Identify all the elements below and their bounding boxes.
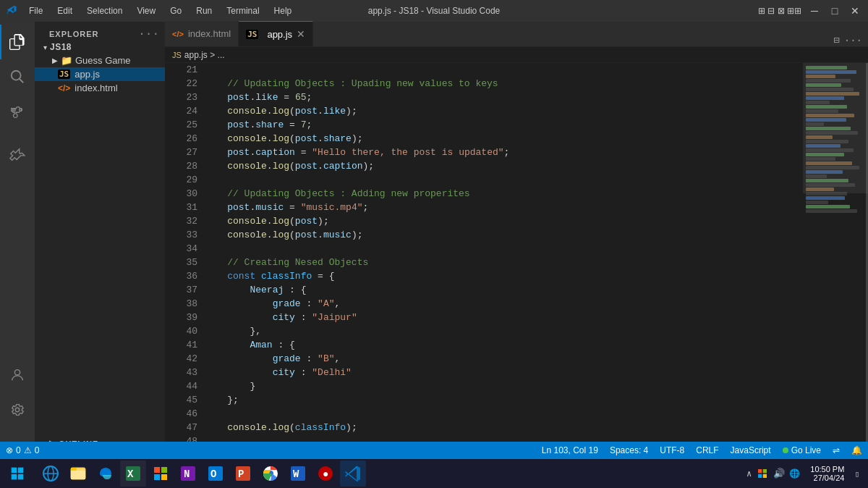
tab-close-icon[interactable]: ✕: [297, 28, 305, 40]
status-encoding[interactable]: UTF-8: [654, 442, 690, 459]
menu-terminal[interactable]: Terminal: [221, 4, 265, 17]
activity-search[interactable]: [0, 59, 35, 94]
minimize-button[interactable]: ─: [807, 4, 822, 18]
status-language[interactable]: JavaScript: [725, 442, 777, 459]
menu-help[interactable]: Help: [268, 4, 298, 17]
line-content[interactable]: Aman : {: [205, 338, 803, 352]
more-actions-icon[interactable]: ···: [844, 35, 862, 46]
line-content[interactable]: grade : "A",: [205, 297, 803, 311]
sidebar-item-indexhtml[interactable]: </> index.html: [35, 81, 165, 95]
activity-source-control[interactable]: [0, 97, 35, 132]
line-content[interactable]: Neeraj : {: [205, 283, 803, 297]
menu-edit[interactable]: Edit: [51, 4, 78, 17]
line-content[interactable]: console.log(post.like);: [205, 104, 803, 118]
line-number: 28: [172, 159, 205, 173]
menu-run[interactable]: Run: [190, 4, 218, 17]
sidebar: EXPLORER ··· ▾ JS18 ▶ 📁 Guess Game JS ap…: [35, 22, 165, 471]
line-content[interactable]: [205, 407, 803, 421]
line-content[interactable]: console.log(post);: [205, 214, 803, 228]
line-content[interactable]: const classInfo = {: [205, 269, 803, 283]
taskbar-word-icon[interactable]: W: [285, 460, 311, 487]
spaces-text: Spaces: 4: [610, 445, 648, 455]
line-content[interactable]: [205, 63, 803, 77]
line-content[interactable]: [205, 242, 803, 256]
line-content[interactable]: },: [205, 324, 803, 338]
line-content[interactable]: grade : "B",: [205, 352, 803, 366]
activity-extensions[interactable]: [0, 138, 35, 172]
line-content[interactable]: }: [205, 379, 803, 393]
menu-go[interactable]: Go: [164, 4, 187, 17]
taskbar-excel-icon[interactable]: X: [120, 460, 146, 487]
line-content[interactable]: city : "Delhi": [205, 366, 803, 379]
layout-icon[interactable]: ⊞ ⊟ ⊠ ⊞⊞: [758, 6, 801, 16]
start-button[interactable]: [0, 459, 35, 488]
tray-icon-2[interactable]: 🔊: [773, 468, 785, 479]
line-content[interactable]: city : "Jaipur": [205, 311, 803, 324]
line-content[interactable]: post.share = 7;: [205, 118, 803, 132]
tray-arrow-icon[interactable]: ∧: [746, 468, 752, 479]
line-content[interactable]: post.caption = "Hello there, the post is…: [205, 146, 803, 159]
status-remote[interactable]: ⇌: [827, 442, 846, 459]
line-content[interactable]: };: [205, 393, 803, 407]
line-number: 34: [172, 242, 205, 256]
tray-network-icon[interactable]: 🌐: [789, 468, 800, 479]
tab-index-html[interactable]: </> index.html: [165, 21, 239, 46]
line-content[interactable]: // Updating Objects : Adding new properi…: [205, 187, 803, 201]
status-ln-col[interactable]: Ln 103, Col 19: [536, 442, 604, 459]
line-content[interactable]: [205, 173, 803, 187]
line-content[interactable]: console.log(post.share);: [205, 132, 803, 146]
svg-rect-31: [758, 474, 762, 478]
ie-icon: [42, 465, 59, 482]
system-clock[interactable]: 10:50 PM 27/04/24: [806, 465, 848, 482]
taskbar-store-icon[interactable]: [148, 460, 174, 487]
taskbar-outlook-icon[interactable]: O: [203, 460, 229, 487]
line-content[interactable]: // Creating Nesed Objects: [205, 256, 803, 269]
status-notifications[interactable]: 🔔: [846, 442, 868, 459]
folder-icon: 📁: [61, 55, 72, 66]
activity-settings[interactable]: [0, 392, 35, 427]
line-content[interactable]: console.log(post.music);: [205, 228, 803, 242]
breadcrumb: JS app.js > ...: [165, 47, 868, 63]
taskbar-chrome-icon[interactable]: [258, 460, 284, 487]
taskbar-powerpoint-icon[interactable]: P: [230, 460, 256, 487]
minimap[interactable]: [803, 63, 868, 471]
status-go-live[interactable]: Go Live: [777, 442, 827, 459]
taskbar-explorer-icon[interactable]: [65, 460, 91, 487]
error-count: 0: [16, 445, 21, 455]
activity-account[interactable]: [0, 358, 35, 392]
show-desktop-icon[interactable]: ▯: [851, 469, 862, 479]
html-file-icon: </>: [58, 83, 70, 93]
code-line-22: 22 // Updating Objects : Upading new val…: [172, 77, 803, 91]
activity-explorer[interactable]: [0, 25, 35, 59]
taskbar-antivirus-icon[interactable]: ●: [312, 460, 339, 487]
taskbar-ie-icon[interactable]: [38, 460, 64, 487]
project-root[interactable]: ▾ JS18: [35, 41, 165, 54]
explorer-title: EXPLORER: [49, 30, 99, 38]
minimap-slider: [803, 63, 868, 193]
line-content[interactable]: post.music = "music.mp4";: [205, 201, 803, 214]
close-button[interactable]: ✕: [848, 4, 862, 18]
explorer-menu-icon[interactable]: ···: [138, 28, 159, 41]
status-errors[interactable]: ⊗ 0 ⚠ 0: [0, 442, 45, 459]
maximize-button[interactable]: □: [827, 4, 842, 18]
line-content[interactable]: console.log(classInfo);: [205, 421, 803, 434]
line-content[interactable]: console.log(post.caption);: [205, 159, 803, 173]
code-view[interactable]: 2122 // Updating Objects : Upading new v…: [165, 63, 803, 471]
sidebar-item-appjs[interactable]: JS app.js: [35, 67, 165, 81]
line-content[interactable]: post.like = 65;: [205, 91, 803, 104]
taskbar-onenote-icon[interactable]: N: [175, 460, 201, 487]
svg-text:W: W: [293, 468, 299, 480]
tray-icon-1[interactable]: [756, 467, 769, 480]
taskbar-vscode-icon[interactable]: [340, 460, 366, 487]
taskbar-edge-icon[interactable]: [93, 460, 119, 487]
split-editor-icon[interactable]: ⊟: [833, 34, 839, 46]
menu-selection[interactable]: Selection: [81, 4, 128, 17]
status-line-ending[interactable]: CRLF: [690, 442, 724, 459]
sidebar-item-guess-game[interactable]: ▶ 📁 Guess Game: [35, 54, 165, 67]
tab-app-js[interactable]: JS app.js ✕: [239, 21, 313, 46]
line-content[interactable]: // Updating Objects : Upading new values…: [205, 77, 803, 91]
status-spaces[interactable]: Spaces: 4: [604, 442, 654, 459]
menu-file[interactable]: File: [23, 4, 48, 17]
menu-view[interactable]: View: [131, 4, 161, 17]
title-bar: File Edit Selection View Go Run Terminal…: [0, 0, 868, 22]
